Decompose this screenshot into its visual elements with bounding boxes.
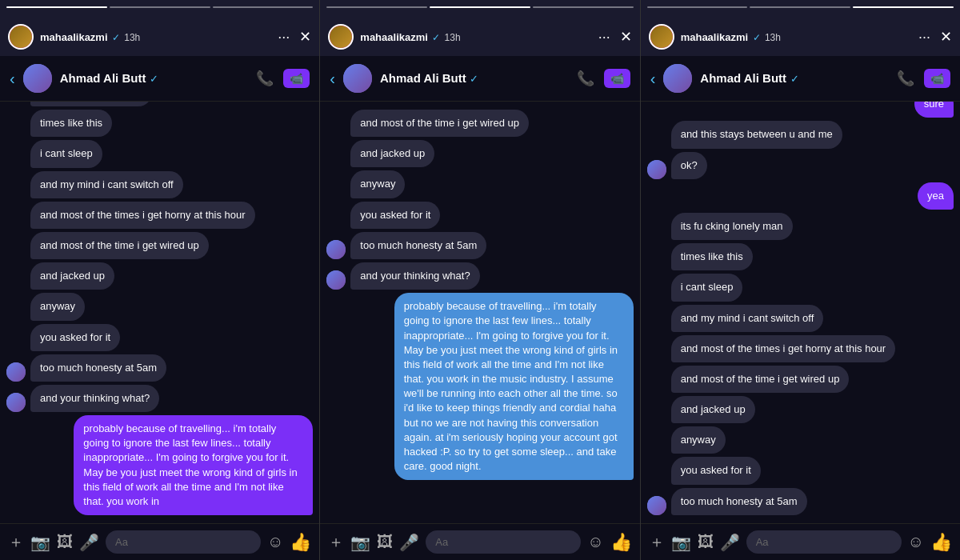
message-bubble: its fu cking lonely man: [30, 102, 152, 106]
like-icon[interactable]: 👍: [290, 532, 311, 553]
mic-icon[interactable]: 🎤: [79, 533, 99, 552]
like-icon[interactable]: 👍: [930, 532, 952, 553]
image-icon[interactable]: 🖼: [698, 533, 714, 551]
message-row: and most of the time i get wired up: [647, 366, 954, 393]
message-row: and most of the times i get horny at thi…: [6, 202, 313, 229]
message-bubble: and your thinking what?: [350, 262, 479, 290]
message-row: and this stays between u and me: [647, 121, 954, 148]
message-row: and most of the times i get horny at thi…: [647, 335, 954, 362]
story-avatar[interactable]: [8, 24, 34, 50]
camera-icon[interactable]: 📷: [671, 533, 691, 552]
message-row: too much honesty at 5am: [6, 354, 313, 382]
video-call-icon[interactable]: 📹: [924, 69, 950, 88]
story-menu-dots[interactable]: ···: [918, 29, 930, 46]
message-bubble: sure: [914, 102, 954, 118]
emoji-icon[interactable]: ☺: [908, 533, 924, 551]
story-verified-icon: ✓: [110, 32, 120, 43]
message-sender-avatar: [6, 362, 26, 382]
message-bubble: too much honesty at 5am: [350, 232, 486, 259]
chat-verified-icon: ✓: [790, 73, 799, 85]
story-header-actions: ···✕: [278, 28, 311, 46]
message-input[interactable]: Aa: [106, 530, 261, 554]
add-attachment-icon[interactable]: ＋: [8, 531, 24, 553]
message-bubble: too much honesty at 5am: [671, 488, 807, 515]
chat-contact-avatar[interactable]: [343, 64, 372, 93]
message-sender-avatar: [326, 240, 346, 259]
message-bubble: i cant sleep: [671, 274, 743, 301]
panels-container: mahaalikazmi ✓ 13h···✕ ‹ Ahmad Ali Butt …: [0, 0, 960, 560]
image-icon[interactable]: 🖼: [377, 533, 393, 551]
mic-icon[interactable]: 🎤: [399, 533, 419, 552]
message-row: and jacked up: [6, 262, 313, 290]
message-bubble: and most of the time i get wired up: [671, 366, 850, 393]
story-time: 13h: [122, 32, 140, 43]
chat-back-button[interactable]: ‹: [650, 70, 656, 88]
message-bubble: and most of the time i get wired up: [30, 232, 209, 259]
chat-back-button[interactable]: ‹: [330, 70, 335, 88]
emoji-icon[interactable]: ☺: [267, 533, 283, 551]
story-avatar[interactable]: [328, 24, 354, 50]
chat-header: ‹ Ahmad Ali Butt ✓ 📞 📹: [0, 56, 319, 102]
story-avatar[interactable]: [649, 24, 674, 50]
message-input[interactable]: Aa: [426, 530, 581, 554]
chat-contact-name: Ahmad Ali Butt: [380, 71, 466, 85]
add-attachment-icon[interactable]: ＋: [328, 531, 344, 553]
message-row: too much honesty at 5am: [326, 232, 633, 259]
chat-back-button[interactable]: ‹: [10, 70, 15, 88]
image-icon[interactable]: 🖼: [57, 533, 73, 551]
message-bubble: and most of the times i get horny at thi…: [30, 202, 255, 229]
message-sender-avatar: [326, 270, 346, 290]
chat-area: ‹ Ahmad Ali Butt ✓ 📞 📹 its fu cking lone…: [0, 0, 319, 560]
story-header: mahaalikazmi ✓ 13h···✕: [641, 8, 960, 56]
chat-toolbar: ＋ 📷 🖼 🎤 Aa ☺ 👍: [641, 523, 960, 560]
message-row: and most of the time i get wired up: [6, 232, 313, 259]
video-call-icon[interactable]: 📹: [604, 69, 630, 88]
story-header: mahaalikazmi ✓ 13h···✕: [320, 8, 639, 56]
input-placeholder: Aa: [115, 536, 128, 548]
message-row: its fu cking lonely man: [6, 102, 313, 106]
message-bubble: and your thinking what?: [30, 385, 159, 412]
camera-icon[interactable]: 📷: [350, 533, 370, 552]
chat-toolbar: ＋ 📷 🖼 🎤 Aa ☺ 👍: [0, 523, 319, 560]
story-menu-dots[interactable]: ···: [278, 29, 290, 46]
message-bubble: and most of the times i get horny at thi…: [671, 335, 896, 362]
story-username: mahaalikazmi: [681, 31, 749, 43]
story-menu-dots[interactable]: ···: [598, 29, 610, 46]
message-bubble: and jacked up: [350, 140, 434, 167]
voice-call-icon[interactable]: 📞: [577, 70, 594, 87]
message-bubble: times like this: [671, 243, 753, 270]
story-username: mahaalikazmi: [40, 31, 108, 43]
story-close-button[interactable]: ✕: [620, 28, 632, 46]
message-bubble: anyway: [350, 170, 405, 198]
message-row: and my mind i cant switch off: [647, 305, 954, 332]
story-header-actions: ···✕: [598, 28, 632, 46]
voice-call-icon[interactable]: 📞: [256, 70, 274, 87]
story-close-button[interactable]: ✕: [299, 28, 311, 46]
message-bubble: yea: [918, 182, 954, 210]
voice-call-icon[interactable]: 📞: [897, 70, 914, 87]
chat-header-icons: 📞 📹: [577, 69, 630, 88]
mic-icon[interactable]: 🎤: [720, 533, 740, 552]
emoji-icon[interactable]: ☺: [587, 533, 603, 551]
story-verified-icon: ✓: [430, 32, 440, 43]
message-bubble: i cant sleep: [30, 140, 102, 167]
camera-icon[interactable]: 📷: [30, 533, 50, 552]
chat-header-icons: 📞 📹: [256, 69, 310, 88]
like-icon[interactable]: 👍: [610, 532, 632, 553]
message-input[interactable]: Aa: [746, 530, 902, 554]
message-row: you asked for it: [647, 457, 954, 484]
chat-area: ‹ Ahmad Ali Butt ✓ 📞 📹 and most of the t…: [320, 0, 639, 560]
video-call-icon[interactable]: 📹: [283, 69, 310, 88]
message-bubble: probably because of travelling... i'm to…: [394, 293, 634, 480]
chat-contact-avatar[interactable]: [663, 64, 692, 93]
message-bubble: anyway: [30, 293, 85, 320]
message-row: and most of the time i get wired up: [326, 110, 633, 137]
message-row: its fu cking lonely man: [647, 213, 954, 240]
messages-area: and most of the time i get wired upand j…: [320, 102, 639, 523]
message-row: and your thinking what?: [326, 262, 633, 290]
story-close-button[interactable]: ✕: [940, 28, 952, 46]
chat-contact-name: Ahmad Ali Butt: [700, 71, 786, 85]
add-attachment-icon[interactable]: ＋: [649, 531, 665, 553]
story-header: mahaalikazmi ✓ 13h···✕: [0, 8, 319, 56]
chat-contact-avatar[interactable]: [23, 64, 52, 93]
